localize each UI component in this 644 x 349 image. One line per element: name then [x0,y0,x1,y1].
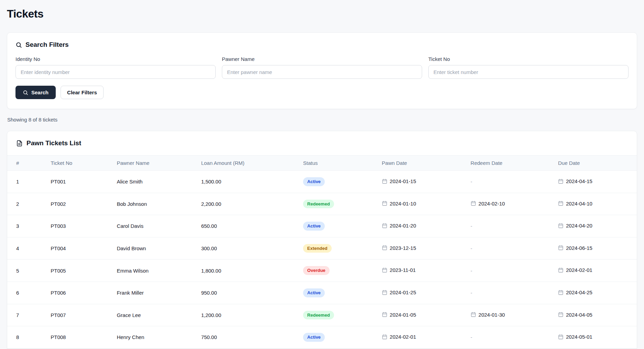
cell-index: 8 [7,326,51,349]
calendar-icon [471,312,476,317]
empty-date-dash: - [471,334,472,340]
column-header: Loan Amount (RM) [201,156,303,171]
cell-index: 5 [7,260,51,282]
clear-filters-label: Clear Filters [67,89,97,95]
calendar-icon [471,201,476,206]
pawner-name-field-group: Pawner Name [222,56,422,79]
table-row: 5 PT005 Emma Wilson 1,800.00 Overdue 202… [7,260,637,282]
cell-ticket-no: PT004 [51,237,117,260]
cell-pawner-name: Grace Lee [117,304,201,326]
cell-index: 3 [7,215,51,237]
empty-date-dash: - [471,268,472,274]
date-value: 2023-11-01 [382,267,416,273]
date-value: 2024-02-10 [471,201,505,207]
clear-filters-button[interactable]: Clear Filters [61,86,104,99]
empty-date-dash: - [471,179,472,184]
calendar-icon [558,312,564,317]
calendar-icon [382,245,387,251]
cell-status: Extended [303,237,382,260]
cell-ticket-no: PT006 [51,282,117,304]
cell-index: 6 [7,282,51,304]
cell-pawner-name: Carol Davis [117,215,201,237]
cell-status: Active [303,326,382,349]
cell-redeem-date: - [471,326,558,349]
cell-loan-amount: 1,200.00 [201,304,303,326]
cell-due-date: 2024-04-15 [558,171,637,193]
status-badge: Redeemed [303,311,334,320]
cell-status: Redeemed [303,304,382,326]
pawner-name-input[interactable] [222,65,422,79]
column-header: Redeem Date [471,156,558,171]
date-value: 2024-01-10 [382,201,416,207]
table-row: 3 PT003 Carol Davis 650.00 Active 2024-0… [7,215,637,237]
calendar-icon [382,312,387,317]
identity-no-field-group: Identity No [15,56,216,79]
date-value: 2024-01-25 [382,289,416,295]
table-row: 2 PT002 Bob Johnson 2,200.00 Redeemed 20… [7,193,637,215]
cell-ticket-no: PT007 [51,304,117,326]
identity-no-input[interactable] [15,65,216,79]
date-value: 2024-01-15 [382,178,416,184]
calendar-icon [382,179,387,184]
calendar-icon [382,223,387,229]
cell-due-date: 2024-04-10 [558,193,637,215]
date-value: 2024-04-25 [558,289,592,295]
cell-pawner-name: Alice Smith [117,171,201,193]
search-button[interactable]: Search [15,86,56,99]
cell-loan-amount: 2,200.00 [201,193,303,215]
cell-pawn-date: 2024-01-10 [382,193,471,215]
ticket-no-input[interactable] [428,65,629,79]
cell-ticket-no: PT002 [51,193,117,215]
search-filters-title: Search Filters [25,41,69,49]
cell-due-date: 2024-04-05 [558,304,637,326]
status-badge: Active [303,288,325,297]
cell-redeem-date: - [471,215,558,237]
date-value: 2024-05-01 [558,334,592,340]
filter-fields: Identity No Pawner Name Ticket No [15,56,629,79]
calendar-icon [558,201,564,206]
date-value: 2024-04-20 [558,223,592,229]
cell-loan-amount: 650.00 [201,215,303,237]
cell-due-date: 2024-06-15 [558,237,637,260]
date-value: 2024-01-30 [471,312,505,318]
search-button-label: Search [31,89,49,95]
cell-status: Active [303,215,382,237]
date-value: 2024-02-01 [382,334,416,340]
cell-due-date: 2024-04-25 [558,282,637,304]
cell-pawner-name: Henry Chen [117,326,201,349]
cell-due-date: 2024-02-01 [558,260,637,282]
results-summary: Showing 8 of 8 tickets [7,117,637,123]
cell-status: Overdue [303,260,382,282]
date-value: 2024-04-05 [558,312,592,318]
calendar-icon [382,334,387,340]
cell-pawn-date: 2023-12-15 [382,237,471,260]
search-filters-card: Search Filters Identity No Pawner Name T… [7,32,637,109]
ticket-no-field-group: Ticket No [428,56,629,79]
calendar-icon [558,223,564,229]
status-badge: Overdue [303,266,330,275]
cell-redeem-date: - [471,282,558,304]
table-row: 1 PT001 Alice Smith 1,500.00 Active 2024… [7,171,637,193]
empty-date-dash: - [471,290,472,296]
date-value: 2024-01-05 [382,312,416,318]
table-row: 7 PT007 Grace Lee 1,200.00 Redeemed 2024… [7,304,637,326]
cell-redeem-date: - [471,171,558,193]
cell-loan-amount: 750.00 [201,326,303,349]
cell-loan-amount: 950.00 [201,282,303,304]
pawn-tickets-header: Pawn Tickets List [7,131,637,155]
cell-pawn-date: 2024-02-01 [382,326,471,349]
cell-ticket-no: PT001 [51,171,117,193]
pawn-tickets-card: Pawn Tickets List #Ticket NoPawner NameL… [7,131,637,349]
cell-pawner-name: David Brown [117,237,201,260]
search-button-icon [23,90,28,95]
cell-redeem-date: - [471,260,558,282]
cell-pawner-name: Bob Johnson [117,193,201,215]
date-value: 2024-06-15 [558,245,592,251]
status-badge: Active [303,222,325,231]
date-value: 2024-04-15 [558,178,592,184]
cell-pawn-date: 2023-11-01 [382,260,471,282]
date-value: 2023-12-15 [382,245,416,251]
empty-date-dash: - [471,223,472,229]
table-header-row: #Ticket NoPawner NameLoan Amount (RM)Sta… [7,156,637,171]
cell-pawn-date: 2024-01-25 [382,282,471,304]
